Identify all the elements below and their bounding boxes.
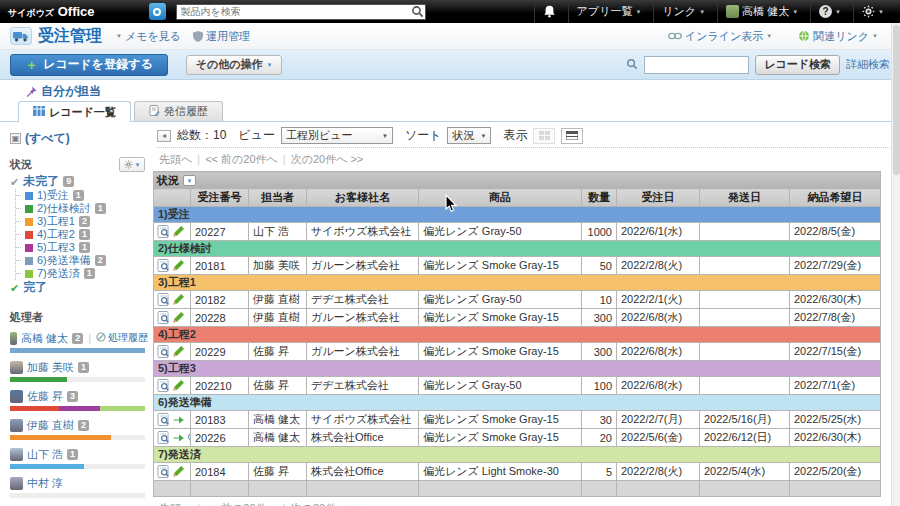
edit-icon[interactable] [172,379,185,392]
help-menu[interactable]: ?▼ [810,0,849,23]
edit-icon[interactable] [172,465,185,478]
comment-icon[interactable] [187,431,191,444]
edit-icon[interactable] [172,259,185,272]
folder-title[interactable]: 自分が担当 [41,83,101,100]
table-row[interactable]: 20184佐藤 昇株式会社Office偏光レンズ Light Smoke-305… [154,463,881,481]
cell-owner: 佐藤 昇 [249,463,307,481]
expand-all-icon[interactable]: ▣ [10,133,21,144]
forward-icon[interactable] [172,413,185,426]
column-header[interactable]: 発送日 [700,189,790,207]
cell-order-no: 20184 [191,463,249,481]
pagination-bottom: 先頭へ|<< 前の20件へ|次の20件へ >> [157,497,894,506]
row-actions [154,429,191,447]
column-header[interactable]: 担当者 [249,189,307,207]
sidebar-item-processor[interactable]: 伊藤 直樹 [27,418,74,433]
grid-view-button[interactable] [533,128,555,144]
pagination-prev-link[interactable]: << 前の20件へ [205,153,278,165]
search-icon[interactable] [411,5,424,20]
pagination-next-link[interactable]: 次の20件へ >> [291,153,364,165]
cell-product: 偏光レンズ Smoke Gray-15 [419,257,582,275]
sidebar-item-complete[interactable]: ✔完了 [10,281,157,294]
list-view-button[interactable] [561,128,583,144]
edit-icon[interactable] [172,311,185,324]
table-row[interactable]: 20182伊藤 直樹デヂエ株式会社偏光レンズ Gray-50102022/2/1… [154,291,881,309]
inline-view-menu[interactable]: インライン表示▼ [668,29,772,44]
links-menu[interactable]: リンク▼ [653,0,713,23]
detail-search-link[interactable]: 詳細検索 [846,57,890,72]
folder-header: 自分が担当 [0,83,900,99]
pagination-first-link[interactable]: 先頭へ [159,502,192,506]
column-header[interactable]: 商品 [419,189,582,207]
view-memo-link[interactable]: ▼メモを見る [116,29,181,44]
table-row[interactable]: 20183高橋 健太サイボウズ株式会社偏光レンズ Smoke Gray-1530… [154,411,881,429]
sort-select[interactable]: 状況▼ [447,127,491,144]
record-search-button[interactable]: レコード検索 [755,55,840,75]
app-list-menu[interactable]: アプリ一覧▼ [568,0,650,23]
record-detail-icon[interactable] [157,379,170,392]
view-select[interactable]: 工程別ビュー▼ [281,127,393,144]
other-actions-button[interactable]: その他の操作▼ [186,55,283,75]
table-row[interactable]: 20229佐藤 昇ガルーン株式会社偏光レンズ Smoke Gray-153002… [154,343,881,361]
cell-product: 偏光レンズ Light Smoke-30 [419,463,582,481]
edit-icon[interactable] [172,293,185,306]
column-header[interactable]: お客様社名 [307,189,419,207]
group-filter-dropdown[interactable]: ▼ [183,175,196,186]
cell-order-date: 2022/6/1(水) [617,223,700,241]
table-row[interactable]: 20226高橋 健太株式会社Office偏光レンズ Smoke Gray-152… [154,429,881,447]
row-actions [154,309,191,327]
global-search-input[interactable] [176,4,426,20]
tab-record-list[interactable]: レコード一覧 [18,101,131,122]
gear-icon [862,5,875,18]
sidebar-item-processor[interactable]: 中村 淳 [27,476,63,491]
pagination-next-link[interactable]: 次の20件へ >> [291,502,364,506]
record-detail-icon[interactable] [157,431,170,444]
pagination-first-link[interactable]: 先頭へ [159,153,192,165]
table-row[interactable]: 20181加藤 美咲ガルーン株式会社偏光レンズ Smoke Gray-15502… [154,257,881,275]
row-actions [154,343,191,361]
collapse-sidebar-icon[interactable]: ◂ [157,130,171,142]
process-history-link[interactable]: 処理履歴 [96,331,148,345]
column-header[interactable]: 受注番号 [191,189,249,207]
record-detail-icon[interactable] [157,345,170,358]
column-header[interactable]: 受注日 [617,189,700,207]
sidebar-item-processor[interactable]: 高橋 健太 [21,331,68,346]
edit-icon[interactable] [172,345,185,358]
tab-send-history[interactable]: 発信履歴 [134,101,223,121]
processor-item: 加藤 美咲1 [10,360,148,382]
window-scrollbar[interactable] [891,23,900,506]
pagination-prev-link[interactable]: << 前の20件へ [205,502,278,506]
sidebar-item-processor[interactable]: 佐藤 昇 [27,389,63,404]
edit-icon[interactable] [172,225,185,238]
avatar [10,477,23,490]
admin-settings-link[interactable]: 運用管理 [193,29,250,44]
column-header[interactable]: 納品希望日 [790,189,881,207]
sidebar-item-processor[interactable]: 加藤 美咲 [27,360,74,375]
forward-icon[interactable] [172,431,185,444]
app-launcher-icon[interactable] [149,3,166,20]
cell-owner: 高橋 健太 [249,429,307,447]
scrollbar-thumb[interactable] [893,25,900,175]
record-detail-icon[interactable] [157,465,170,478]
settings-menu[interactable]: ▼ [853,0,892,23]
register-record-button[interactable]: ＋レコードを登録する [10,54,168,76]
record-detail-icon[interactable] [157,311,170,324]
cybozu-office-logo[interactable]: サイボウズ Office [8,4,95,20]
column-header[interactable]: 数量 [582,189,617,207]
record-detail-icon[interactable] [157,293,170,306]
record-detail-icon[interactable] [157,413,170,426]
record-search-input[interactable] [644,56,749,74]
table-row[interactable]: 20228伊藤 直樹ガルーン株式会社偏光レンズ Smoke Gray-15300… [154,309,881,327]
cell-order-no: 202210 [191,377,249,395]
notification-bell-button[interactable] [534,0,564,23]
avatar [10,361,23,374]
table-row[interactable]: 202210佐藤 昇デヂエ株式会社偏光レンズ Gray-501002022/6/… [154,377,881,395]
table-row[interactable]: 20227山下 浩サイボウズ株式会社偏光レンズ Gray-5010002022/… [154,223,881,241]
record-detail-icon[interactable] [157,259,170,272]
sidebar-item-processor[interactable]: 山下 浩 [27,447,63,462]
related-links-menu[interactable]: 関連リンク▼ [798,29,878,44]
sidebar-item-incomplete[interactable]: ✔未完了9 [10,175,157,188]
status-settings-button[interactable]: ▼ [119,157,145,172]
sidebar-item-all[interactable]: (すべて) [25,130,70,147]
record-detail-icon[interactable] [157,225,170,238]
user-menu[interactable]: 高橋 健太▼ [717,0,806,23]
